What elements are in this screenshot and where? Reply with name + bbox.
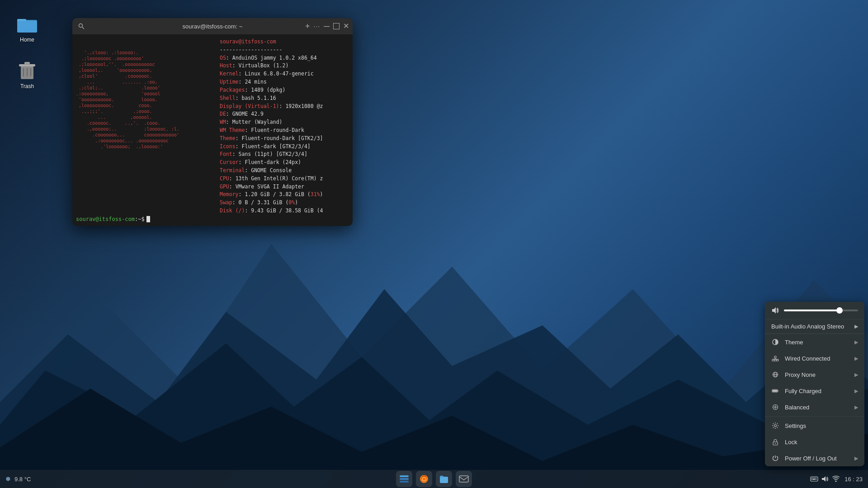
- svg-rect-28: [778, 390, 778, 391]
- terminal-content-area: '.,clooo: .:looooo:. .;loooooooc .oooooo…: [72, 34, 353, 214]
- network-tray-icon[interactable]: [832, 475, 840, 483]
- terminal-info: sourav@itsfoss-com -------------------- …: [220, 38, 349, 211]
- svg-marker-0: [0, 244, 868, 470]
- menu-item-battery[interactable]: Fully Charged ▶: [765, 383, 864, 399]
- taskbar-tray: [810, 475, 840, 483]
- taskbar-app-stacks[interactable]: [396, 471, 412, 487]
- menu-item-lock[interactable]: Lock: [765, 434, 864, 450]
- svg-rect-51: [813, 479, 815, 480]
- background-mountains: [0, 199, 868, 470]
- terminal-titlebar: sourav@itsfoss-com: ~ + ··· ─ ✕: [72, 18, 353, 34]
- info-swap: Swap: 0 B / 3.31 GiB (0%): [220, 199, 349, 207]
- network-icon: [771, 354, 779, 362]
- taskbar: ❄ 9.8 °C: [0, 470, 868, 488]
- desktop-icons-container: Home Trash: [9, 9, 45, 93]
- svg-rect-46: [811, 478, 812, 479]
- balanced-icon: [771, 403, 779, 411]
- weather-text: 9.8 °C: [14, 476, 31, 483]
- audio-device-label: Built-in Audio Analog Stereo: [771, 323, 850, 330]
- taskbar-time[interactable]: 16 : 23: [844, 476, 863, 483]
- new-tab-button[interactable]: +: [305, 22, 310, 30]
- keyboard-tray-icon[interactable]: [810, 475, 818, 483]
- menu-item-balanced[interactable]: Balanced ▶: [765, 399, 864, 415]
- info-font: Font: Sans (11pt) [GTK2/3/4]: [220, 150, 349, 159]
- trash-label: Trash: [20, 83, 34, 89]
- balanced-label: Balanced: [785, 404, 849, 411]
- trash-svg: [16, 59, 38, 81]
- taskbar-app-files[interactable]: [436, 471, 452, 487]
- info-separator: --------------------: [220, 46, 349, 54]
- taskbar-right: 16 : 23: [810, 475, 863, 483]
- taskbar-left: ❄ 9.8 °C: [5, 475, 31, 483]
- network-svg-icon: [772, 355, 779, 362]
- volume-icon: [771, 306, 779, 314]
- terminal-title-text: sourav@itsfoss-com: ~: [183, 23, 243, 30]
- folder-svg: [16, 13, 38, 34]
- proxy-arrow: ▶: [854, 372, 858, 378]
- volume-slider-track[interactable]: [784, 310, 858, 311]
- home-label: Home: [20, 37, 34, 43]
- terminal-window: sourav@itsfoss-com: ~ + ··· ─ ✕ '.,clooo…: [72, 18, 353, 226]
- volume-slider-thumb[interactable]: [836, 307, 843, 314]
- volume-tray-icon[interactable]: [821, 475, 829, 483]
- lock-icon: [771, 438, 779, 446]
- power-svg-icon: [772, 455, 779, 462]
- balanced-svg-icon: [772, 404, 779, 411]
- stacks-icon: [399, 474, 410, 484]
- theme-arrow: ▶: [854, 339, 858, 345]
- taskbar-app-firefox[interactable]: [416, 471, 432, 487]
- svg-rect-50: [811, 479, 812, 480]
- home-icon[interactable]: Home: [9, 9, 45, 47]
- terminal-search-icon[interactable]: [78, 23, 85, 30]
- menu-item-wired[interactable]: Wired Connected ▶: [765, 350, 864, 366]
- menu-item-settings[interactable]: Settings: [765, 418, 864, 434]
- menu-item-proxy[interactable]: Proxy None ▶: [765, 366, 864, 383]
- menu-item-theme[interactable]: Theme ▶: [765, 334, 864, 350]
- terminal-ascii-art: '.,clooo: .:looooo:. .;loooooooc .oooooo…: [76, 38, 216, 211]
- settings-label: Settings: [785, 422, 858, 429]
- svg-rect-36: [400, 475, 409, 477]
- terminal-prompt[interactable]: sourav@itsfoss-com:~$: [72, 214, 353, 226]
- theme-icon: [771, 338, 779, 346]
- proxy-label: Proxy None: [785, 371, 849, 378]
- battery-label: Fully Charged: [785, 388, 849, 394]
- trash-icon[interactable]: Trash: [9, 56, 45, 93]
- minimize-button[interactable]: ─: [324, 22, 330, 30]
- svg-marker-3: [0, 389, 868, 470]
- info-packages: Packages: 1489 (dpkg): [220, 86, 349, 94]
- info-icons: Icons: Fluent-dark [GTK2/3/4]: [220, 143, 349, 151]
- mail-icon: [458, 474, 469, 484]
- svg-rect-47: [813, 478, 814, 479]
- proxy-svg-icon: [772, 371, 779, 378]
- poweroff-label: Power Off / Log Out: [785, 455, 849, 462]
- svg-point-41: [423, 478, 425, 480]
- svg-rect-42: [440, 477, 448, 483]
- audio-arrow-icon: ▶: [854, 324, 858, 329]
- svg-rect-43: [440, 476, 443, 478]
- svg-line-14: [82, 27, 84, 29]
- wired-label: Wired Connected: [785, 355, 849, 362]
- prompt-user: sourav@itsfoss-com: [76, 216, 135, 222]
- info-cursor: Cursor: Fluent-dark (24px): [220, 159, 349, 167]
- svg-rect-44: [459, 476, 468, 482]
- desktop: Home Trash: [0, 0, 868, 488]
- info-terminal: Terminal: GNOME Console: [220, 167, 349, 175]
- info-os: OS: AnduinOS jammy 1.0.2 x86_64: [220, 54, 349, 62]
- maximize-button[interactable]: [333, 23, 340, 29]
- close-button[interactable]: ✕: [343, 23, 349, 30]
- info-display: Display (Virtual-1): 868x488 @z: [220, 103, 349, 111]
- volume-control-row[interactable]: [765, 302, 864, 319]
- svg-rect-29: [773, 390, 777, 392]
- terminal-controls: + ··· ─ ✕: [305, 22, 349, 30]
- battery-svg-icon: [772, 387, 779, 394]
- menu-button[interactable]: ···: [314, 23, 321, 30]
- svg-marker-1: [0, 289, 868, 470]
- menu-item-poweroff[interactable]: Power Off / Log Out ▶: [765, 450, 864, 466]
- proxy-icon: [771, 371, 779, 379]
- cursor-block: [146, 216, 150, 222]
- svg-rect-52: [816, 479, 816, 480]
- taskbar-app-mail[interactable]: [456, 471, 472, 487]
- svg-point-35: [775, 443, 776, 444]
- info-host: Host: VirtualBox (1.2): [220, 62, 349, 70]
- audio-device-row[interactable]: Built-in Audio Analog Stereo ▶: [765, 319, 864, 334]
